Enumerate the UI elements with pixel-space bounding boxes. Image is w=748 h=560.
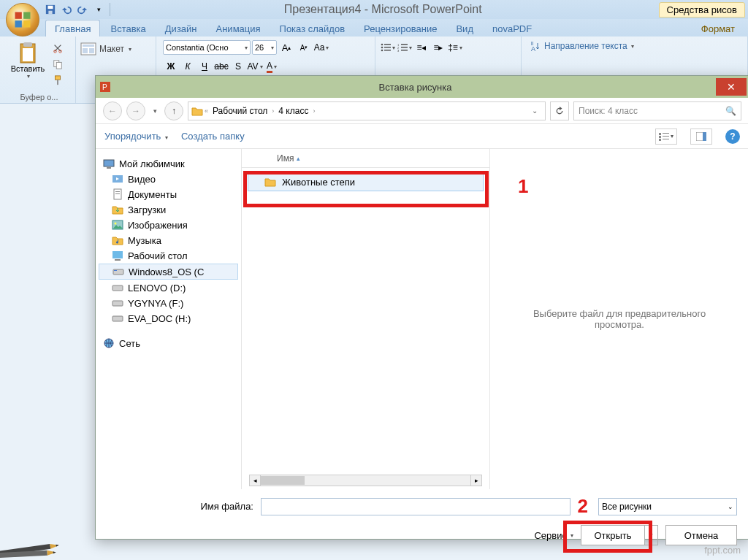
tab-format[interactable]: Формат (692, 20, 744, 37)
tree-item-pictures[interactable]: Изображения (99, 218, 238, 232)
strike-icon[interactable]: abc (213, 59, 229, 74)
tab-slideshow[interactable]: Показ слайдов (271, 20, 354, 37)
grow-font-icon[interactable]: A▴ (278, 40, 294, 55)
clipboard-group-label: Буфер о... (3, 93, 75, 101)
breadcrumb-item[interactable]: Рабочий стол (210, 106, 270, 116)
tree-item-drive-d[interactable]: LENOVO (D:) (99, 280, 238, 295)
tree-item-drive-c[interactable]: Windows8_OS (C (99, 264, 238, 280)
svg-rect-9 (23, 48, 33, 61)
shrink-font-icon[interactable]: A▾ (296, 40, 312, 55)
tab-novapdf[interactable]: novaPDF (484, 20, 541, 37)
undo-icon[interactable] (58, 1, 75, 18)
help-button[interactable]: ? (725, 129, 740, 144)
shadow-icon[interactable]: S (230, 59, 246, 74)
increase-indent-icon[interactable]: ≡▸ (430, 40, 446, 55)
refresh-button[interactable] (550, 101, 569, 120)
svg-rect-13 (56, 62, 61, 69)
organize-button[interactable]: Упорядочить ▾ (104, 131, 168, 142)
svg-rect-29 (401, 47, 408, 48)
filename-input[interactable] (261, 498, 570, 515)
svg-point-22 (381, 47, 383, 49)
svg-rect-39 (663, 136, 669, 137)
underline-icon[interactable]: Ч (196, 59, 213, 74)
drawing-tools-tab[interactable]: Средства рисов (659, 2, 745, 18)
paste-button[interactable]: Вставить ▾ (7, 38, 48, 88)
search-placeholder: Поиск: 4 класс (579, 106, 638, 116)
svg-point-20 (381, 44, 383, 46)
tree-item-music[interactable]: Музыка (99, 233, 238, 248)
svg-marker-65 (53, 551, 56, 553)
redo-icon[interactable] (75, 1, 91, 18)
tree-item-documents[interactable]: Документы (99, 187, 238, 202)
text-direction-button[interactable]: llA Направление текста▾ (526, 38, 743, 54)
breadcrumb-dropdown[interactable]: ⌄ (527, 107, 542, 115)
view-options-button[interactable]: ▾ (655, 129, 677, 145)
file-item[interactable]: Животные степи (248, 172, 484, 191)
svg-rect-31 (401, 50, 408, 51)
window-title: Презентация4 - Microsoft PowerPoint (113, 3, 653, 16)
office-button[interactable] (6, 3, 39, 37)
annotation-label-1: 1 (518, 175, 528, 198)
format-painter-icon[interactable] (50, 73, 66, 88)
tree-item-downloads[interactable]: Загрузки (99, 202, 238, 217)
nav-up-button[interactable]: ↑ (164, 101, 183, 120)
tree-item-drive-h[interactable]: EVA_DOC (H:) (99, 311, 238, 326)
italic-icon[interactable]: К (180, 59, 196, 74)
svg-rect-49 (115, 193, 120, 194)
tree-item-desktop[interactable]: Рабочий стол (99, 248, 238, 263)
tree-computer[interactable]: Мой любимчик (99, 156, 238, 171)
change-case-icon[interactable]: Aa▾ (313, 40, 329, 55)
address-bar[interactable]: « Рабочий стол › 4 класс › ⌄ (188, 101, 546, 120)
nav-back-button[interactable]: ← (103, 101, 122, 120)
cut-icon[interactable] (50, 41, 66, 55)
preview-pane-button[interactable] (690, 129, 712, 145)
bullets-icon[interactable]: ▾ (380, 40, 396, 55)
cancel-button[interactable]: Отмена (665, 525, 737, 545)
svg-rect-45 (107, 167, 111, 169)
numbering-icon[interactable]: 123▾ (397, 40, 413, 55)
breadcrumb-item[interactable]: 4 класс (275, 106, 311, 116)
insert-picture-dialog: P Вставка рисунка ✕ ← → ▾ ↑ « Рабочий ст… (95, 75, 748, 540)
tab-view[interactable]: Вид (447, 20, 482, 37)
font-size-selector[interactable]: 26▾ (252, 40, 277, 55)
search-input[interactable]: Поиск: 4 класс 🔍 (573, 101, 741, 120)
bold-icon[interactable]: Ж (163, 59, 179, 74)
paste-label: Вставить (11, 64, 45, 73)
open-button[interactable]: Открыть (581, 526, 644, 545)
svg-rect-5 (48, 6, 53, 9)
qat-customize-icon[interactable]: ▾ (91, 1, 107, 18)
tab-home[interactable]: Главная (45, 20, 100, 37)
svg-rect-55 (114, 270, 117, 271)
svg-marker-62 (56, 544, 58, 547)
nav-history-dropdown[interactable]: ▾ (150, 101, 160, 120)
svg-rect-18 (83, 48, 88, 53)
open-split-button[interactable]: ▾ (644, 526, 657, 545)
tree-network[interactable]: Сеть (99, 336, 238, 350)
tree-item-drive-f[interactable]: YGYNYA (F:) (99, 296, 238, 310)
svg-rect-8 (23, 42, 32, 47)
save-icon[interactable] (42, 1, 58, 18)
new-folder-button[interactable]: Создать папку (181, 131, 245, 142)
decrease-indent-icon[interactable]: ≡◂ (413, 40, 430, 55)
font-name-selector[interactable]: Constantia (Осно▾ (163, 40, 251, 55)
copy-icon[interactable] (50, 57, 66, 72)
tree-item-videos[interactable]: Видео (99, 172, 238, 186)
tab-review[interactable]: Рецензирование (355, 20, 446, 37)
layout-label[interactable]: Макет (99, 44, 124, 54)
tools-menu[interactable]: Сервис ▾ (534, 530, 573, 541)
file-type-filter[interactable]: Все рисунки⌄ (598, 498, 737, 515)
column-header-name[interactable]: Имя▴ (242, 149, 489, 168)
tab-design[interactable]: Дизайн (156, 20, 206, 37)
filename-label: Имя файла: (107, 501, 253, 512)
svg-rect-44 (104, 160, 114, 166)
folder-icon (191, 105, 203, 117)
svg-rect-3 (23, 20, 30, 27)
horizontal-scrollbar[interactable]: ◂▸ (249, 475, 482, 486)
tab-animation[interactable]: Анимация (207, 20, 270, 37)
tab-insert[interactable]: Вставка (102, 20, 154, 37)
char-spacing-icon[interactable]: AV▾ (247, 59, 263, 74)
svg-rect-19 (89, 48, 94, 53)
font-color-icon[interactable]: A▾ (264, 59, 280, 74)
close-button[interactable]: ✕ (716, 78, 747, 96)
line-spacing-icon[interactable]: ‡≡▾ (447, 40, 463, 55)
